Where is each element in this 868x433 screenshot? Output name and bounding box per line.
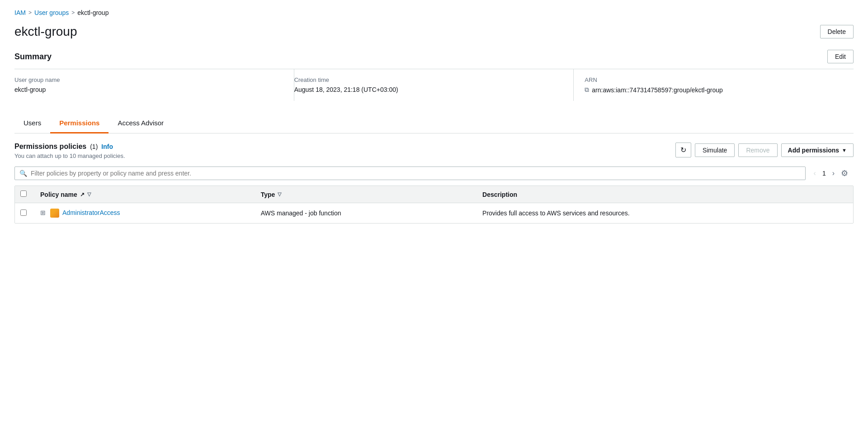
summary-section-title: Summary — [14, 52, 52, 62]
policy-name-link[interactable]: AdministratorAccess — [62, 209, 120, 216]
pagination-row: ‹ 1 › ⚙ — [811, 167, 854, 180]
summary-label-name: User group name — [14, 76, 283, 83]
summary-cell-arn: ARN ⧉ arn:aws:iam::747314758597:group/ek… — [574, 69, 854, 101]
table-header-checkbox-col — [15, 186, 33, 203]
table-header-row: Policy name ↗ ▽ Type ▽ De — [15, 186, 853, 203]
summary-value-arn: arn:aws:iam::747314758597:group/ekctl-gr… — [592, 86, 723, 94]
add-permissions-label: Add permissions — [788, 147, 840, 154]
permissions-section: Permissions policies (1) Info You can at… — [14, 133, 854, 233]
row-description-cell: Provides full access to AWS services and… — [475, 203, 853, 224]
table-settings-icon[interactable]: ⚙ — [839, 167, 850, 180]
policy-name-header-label: Policy name — [40, 191, 77, 198]
sort-icon-name[interactable]: ▽ — [87, 191, 91, 197]
select-all-checkbox[interactable] — [20, 190, 27, 197]
summary-value-name: ekctl-group — [14, 86, 283, 93]
delete-button[interactable]: Delete — [820, 25, 854, 38]
remove-button: Remove — [738, 143, 777, 157]
permissions-subtitle: You can attach up to 10 managed policies… — [14, 152, 125, 159]
table-row: ⊞ AdministratorAccess AWS managed - job … — [15, 203, 853, 224]
summary-label-creation: Creation time — [294, 76, 563, 83]
permissions-title: Permissions policies — [14, 143, 86, 151]
row-checkbox-cell — [15, 203, 33, 224]
external-link-icon: ↗ — [80, 191, 85, 198]
policies-table: Policy name ↗ ▽ Type ▽ De — [15, 186, 853, 223]
tabs: Users Permissions Access Advisor — [14, 114, 854, 133]
breadcrumb-current: ekctl-group — [77, 9, 108, 16]
tab-permissions[interactable]: Permissions — [50, 114, 108, 133]
breadcrumb-iam-link[interactable]: IAM — [14, 9, 26, 16]
refresh-button[interactable]: ↻ — [675, 143, 691, 157]
expand-icon[interactable]: ⊞ — [40, 209, 46, 216]
policy-icon — [50, 209, 59, 218]
table-body: ⊞ AdministratorAccess AWS managed - job … — [15, 203, 853, 224]
info-link[interactable]: Info — [101, 143, 113, 150]
row-type-value: AWS managed - job function — [261, 209, 341, 217]
next-page-button[interactable]: › — [830, 167, 837, 179]
table-header-description: Description — [475, 186, 853, 203]
summary-cell-name: User group name ekctl-group — [14, 69, 294, 101]
edit-button[interactable]: Edit — [827, 50, 854, 63]
breadcrumb-sep-1: > — [28, 10, 32, 16]
filter-input[interactable] — [31, 170, 801, 177]
table-header-type: Type ▽ — [254, 186, 475, 203]
description-header-label: Description — [482, 191, 517, 198]
copy-arn-icon[interactable]: ⧉ — [585, 86, 589, 94]
simulate-button[interactable]: Simulate — [695, 143, 735, 157]
row-checkbox[interactable] — [20, 209, 27, 216]
tab-users[interactable]: Users — [14, 114, 50, 133]
page-title: ekctl-group — [14, 24, 77, 39]
table-header-policy-name: Policy name ↗ ▽ — [33, 186, 254, 203]
breadcrumb-sep-2: > — [71, 10, 75, 16]
summary-value-creation: August 18, 2023, 21:18 (UTC+03:00) — [294, 86, 563, 93]
add-permissions-button[interactable]: Add permissions ▼ — [781, 143, 854, 157]
page-number: 1 — [821, 170, 828, 177]
permissions-actions: ↻ Simulate Remove Add permissions ▼ — [675, 143, 854, 157]
permissions-count: (1) — [90, 143, 98, 150]
row-description-value: Provides full access to AWS services and… — [482, 209, 630, 217]
filter-bar: 🔍 — [14, 167, 806, 180]
summary-label-arn: ARN — [585, 76, 843, 83]
summary-grid: User group name ekctl-group Creation tim… — [14, 69, 854, 101]
breadcrumb-user-groups-link[interactable]: User groups — [34, 9, 69, 16]
prev-page-button[interactable]: ‹ — [811, 167, 819, 179]
row-type-cell: AWS managed - job function — [254, 203, 475, 224]
policies-table-wrap: Policy name ↗ ▽ Type ▽ De — [14, 186, 854, 224]
summary-cell-creation: Creation time August 18, 2023, 21:18 (UT… — [294, 69, 574, 101]
permissions-title-group: Permissions policies (1) Info You can at… — [14, 143, 125, 159]
refresh-icon: ↻ — [680, 146, 686, 154]
sort-icon-type[interactable]: ▽ — [278, 191, 281, 197]
tabs-container: Users Permissions Access Advisor — [14, 114, 854, 133]
search-icon: 🔍 — [19, 170, 27, 177]
breadcrumb: IAM > User groups > ekctl-group — [14, 9, 854, 16]
type-header-label: Type — [261, 191, 275, 198]
row-policy-name-cell: ⊞ AdministratorAccess — [33, 203, 254, 224]
dropdown-arrow-icon: ▼ — [842, 148, 847, 153]
tab-access-advisor[interactable]: Access Advisor — [108, 114, 173, 133]
